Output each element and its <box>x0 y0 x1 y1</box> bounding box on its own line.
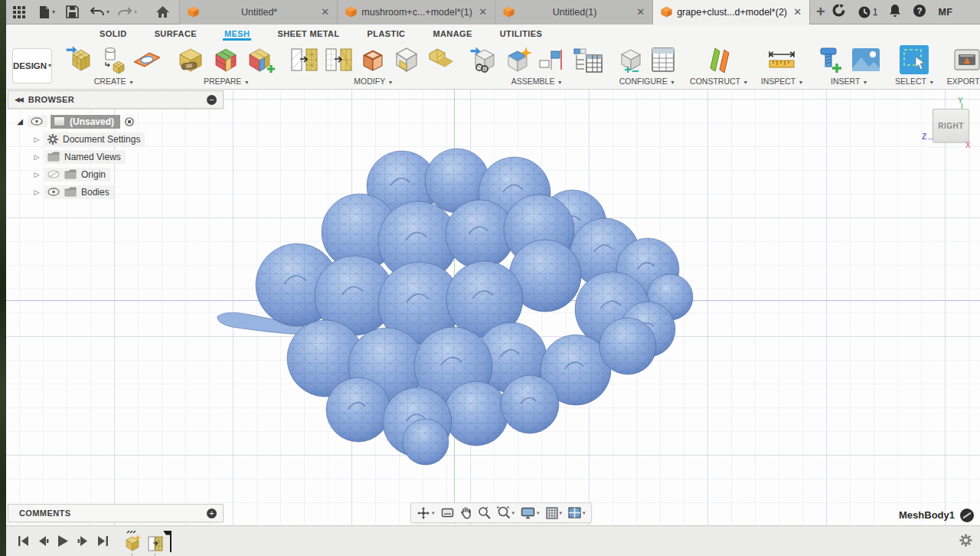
viewcube[interactable]: Y RIGHT Z X <box>922 96 980 153</box>
reduce-icon[interactable] <box>325 46 354 74</box>
configure-icon[interactable] <box>617 45 645 74</box>
ribbon-tab-mesh[interactable]: MESH <box>223 26 251 41</box>
notifications-bell-icon[interactable] <box>889 4 901 21</box>
job-status-button[interactable]: 1 <box>858 5 878 19</box>
fit-button[interactable]: ▾ <box>497 506 515 519</box>
group-label-select[interactable]: SELECT ▾ <box>895 77 933 86</box>
orbit-button[interactable]: ▾ <box>416 506 435 520</box>
timeline-play-button[interactable] <box>55 534 70 549</box>
face-groups-icon[interactable] <box>211 45 240 74</box>
tree-item-origin[interactable]: ▷ Origin <box>8 165 224 183</box>
grid-snap-button[interactable]: ▾ <box>546 507 563 519</box>
zoom-button[interactable] <box>478 506 491 519</box>
select-tool-icon[interactable] <box>899 44 929 75</box>
close-tab-icon[interactable]: ✕ <box>635 6 646 18</box>
document-tab-3[interactable]: grape+clust...d+model*(2)✕ <box>652 0 810 25</box>
save-button[interactable] <box>66 0 79 25</box>
bom-icon[interactable] <box>573 46 603 74</box>
tree-item-bodies[interactable]: ▷ Bodies <box>8 183 224 201</box>
ribbon-tab-manage[interactable]: MANAGE <box>431 26 473 41</box>
shell-icon[interactable] <box>359 46 387 74</box>
document-tab-0[interactable]: Untitled*✕ <box>179 0 337 25</box>
redo-button[interactable]: ▾ <box>117 0 137 25</box>
collapsed-caret-icon[interactable]: ▷ <box>32 136 41 143</box>
group-label-inspect[interactable]: INSPECT ▾ <box>761 77 802 86</box>
tree-root-row[interactable]: ◢ (Unsaved) <box>8 113 224 130</box>
generate-face-groups-icon[interactable] <box>246 45 276 74</box>
redo-caret-icon[interactable]: ▾ <box>134 8 137 15</box>
user-avatar[interactable]: MF <box>938 7 952 18</box>
group-label-assemble[interactable]: ASSEMBLE ▾ <box>511 77 562 86</box>
mesh-section-sketch-icon[interactable] <box>132 47 162 73</box>
new-component-icon[interactable] <box>504 45 533 74</box>
document-tab-2[interactable]: Untitled(1)✕ <box>495 0 652 25</box>
app-grid-icon[interactable] <box>12 0 26 25</box>
new-tab-button[interactable]: + <box>816 0 825 25</box>
collapsed-caret-icon[interactable]: ▷ <box>32 188 41 196</box>
mesh-from-body-icon[interactable] <box>100 45 127 74</box>
joint-icon[interactable] <box>538 47 567 73</box>
ribbon-tab-surface[interactable]: SURFACE <box>153 26 198 41</box>
dropdown-caret-icon[interactable]: ▾ <box>583 510 586 516</box>
close-tab-icon[interactable]: ✕ <box>477 6 488 18</box>
file-menu-button[interactable]: ▾ <box>38 0 55 25</box>
insert-mesh-icon[interactable] <box>65 45 94 74</box>
group-label-prepare[interactable]: PREPARE ▾ <box>204 77 248 86</box>
timeline-step-forward-button[interactable] <box>75 534 90 549</box>
group-label-export[interactable]: EXPORT ▾ <box>947 77 980 86</box>
home-button[interactable] <box>155 0 170 25</box>
expanded-caret-icon[interactable]: ◢ <box>15 117 24 126</box>
close-tab-icon[interactable]: ✕ <box>792 6 803 18</box>
group-label-configure[interactable]: CONFIGURE ▾ <box>619 77 675 86</box>
ribbon-tab-solid[interactable]: SOLID <box>98 26 129 41</box>
add-comment-icon[interactable]: + <box>207 509 217 518</box>
merge-bodies-icon[interactable] <box>426 46 456 74</box>
close-tab-icon[interactable]: ✕ <box>319 6 331 18</box>
viewports-button[interactable]: ▾ <box>568 507 586 518</box>
extensions-icon[interactable] <box>831 3 846 21</box>
timeline-go-to-start-button[interactable] <box>15 534 31 549</box>
minimize-panel-icon[interactable]: − <box>207 95 217 105</box>
insert-canvas-image-icon[interactable] <box>851 47 881 73</box>
tree-item-named-views[interactable]: ▷ Named Views <box>8 148 224 165</box>
browser-header[interactable]: ◀◀ BROWSER − <box>8 90 224 109</box>
timeline-go-to-end-button[interactable] <box>95 534 110 549</box>
remesh-icon[interactable] <box>290 46 319 74</box>
undo-caret-icon[interactable]: ▾ <box>106 8 109 15</box>
dropdown-caret-icon[interactable]: ▾ <box>560 510 563 516</box>
comments-panel[interactable]: COMMENTS + <box>8 504 224 522</box>
ribbon-tab-sheet-metal[interactable]: SHEET METAL <box>276 26 341 41</box>
document-tab-1[interactable]: mushroom+c...+model*(1)✕ <box>337 0 495 25</box>
workspace-selector-button[interactable]: DESIGN▾ <box>12 48 52 83</box>
measure-icon[interactable] <box>766 47 797 73</box>
timeline-settings-gear-icon[interactable] <box>959 534 972 550</box>
dropdown-caret-icon[interactable]: ▾ <box>512 510 515 516</box>
eye-icon[interactable] <box>47 188 60 196</box>
feedback-badge-icon[interactable] <box>960 509 974 522</box>
repair-mesh-icon[interactable] <box>175 45 206 74</box>
pan-button[interactable] <box>460 506 472 519</box>
collapsed-caret-icon[interactable]: ▷ <box>32 153 41 161</box>
configuration-table-icon[interactable] <box>650 45 676 74</box>
group-label-modify[interactable]: MODIFY ▾ <box>354 77 392 86</box>
dropdown-caret-icon[interactable]: ▾ <box>537 510 540 516</box>
tree-item-document-settings[interactable]: ▷ Document Settings <box>8 130 224 148</box>
root-document-item[interactable]: (Unsaved) <box>51 115 120 129</box>
ribbon-tab-utilities[interactable]: UTILITIES <box>498 26 544 41</box>
timeline-playhead[interactable] <box>170 531 172 552</box>
collapse-panel-icon[interactable]: ◀◀ <box>15 96 22 103</box>
group-label-create[interactable]: CREATE ▾ <box>94 77 133 86</box>
timeline-step-back-button[interactable] <box>35 534 51 549</box>
construct-plane-icon[interactable] <box>704 45 732 74</box>
eye-off-icon[interactable] <box>47 170 60 178</box>
viewcube-face[interactable]: RIGHT <box>933 109 969 142</box>
timeline-feature-remesh[interactable] <box>147 531 164 552</box>
help-icon[interactable]: ? <box>913 4 926 21</box>
combine-icon[interactable] <box>392 45 421 74</box>
undo-button[interactable]: ▾ <box>90 0 109 25</box>
group-label-construct[interactable]: CONSTRUCT ▾ <box>690 77 747 86</box>
collapsed-caret-icon[interactable]: ▷ <box>32 171 41 178</box>
activate-component-radio[interactable] <box>123 116 136 128</box>
ribbon-tab-plastic[interactable]: PLASTIC <box>366 26 407 41</box>
insert-fastener-icon[interactable] <box>816 45 845 74</box>
